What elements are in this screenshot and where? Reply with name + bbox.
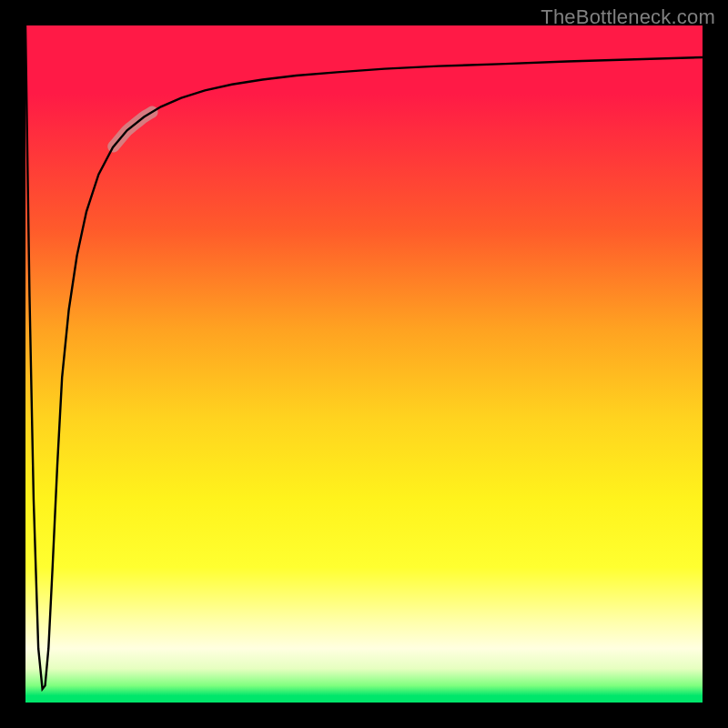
watermark-text: TheBottleneck.com <box>541 5 715 29</box>
curve-highlight-segment <box>114 112 152 147</box>
plot-area <box>25 25 703 703</box>
chart-frame: TheBottleneck.com <box>0 0 728 728</box>
curve-layer <box>25 25 703 703</box>
